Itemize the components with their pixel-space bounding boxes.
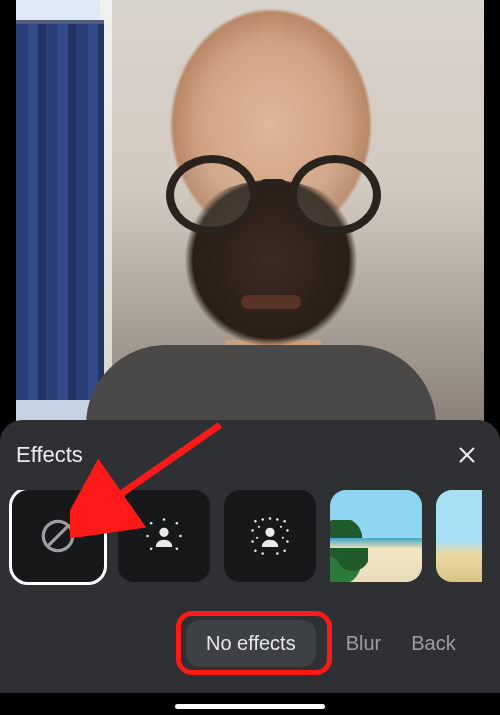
svg-point-21 [261, 552, 264, 555]
svg-point-10 [265, 528, 274, 537]
person-dots-dense-icon [248, 514, 292, 558]
svg-point-6 [146, 535, 149, 538]
person-mouth [241, 295, 301, 309]
effect-tile-none[interactable] [12, 490, 104, 582]
svg-point-5 [176, 522, 179, 525]
effect-label-blur[interactable]: Blur [346, 632, 382, 655]
svg-point-4 [163, 518, 166, 521]
effect-tile-blur-light[interactable] [118, 490, 210, 582]
effect-label-no-effects[interactable]: No effects [186, 620, 316, 667]
screen-root: { "sheet": { "title": "Effects", "close_… [0, 0, 500, 715]
svg-point-8 [150, 548, 153, 551]
svg-point-2 [159, 528, 168, 537]
svg-point-17 [286, 529, 289, 532]
effect-tile-blur-strong[interactable] [224, 490, 316, 582]
svg-point-12 [261, 518, 264, 521]
svg-point-19 [286, 540, 289, 543]
svg-point-25 [280, 526, 282, 528]
effect-label-backgrounds[interactable]: Back [411, 632, 455, 655]
svg-point-22 [276, 552, 279, 555]
svg-point-14 [276, 518, 279, 521]
svg-point-23 [283, 549, 286, 552]
svg-point-3 [150, 522, 153, 525]
effects-tile-row[interactable] [8, 490, 500, 590]
effects-sheet: Effects [0, 420, 500, 700]
svg-point-11 [254, 520, 257, 523]
svg-point-13 [269, 517, 272, 520]
effects-label-row[interactable]: No effects Blur Back [0, 615, 500, 671]
glasses-bridge [258, 179, 288, 189]
person-glasses [166, 155, 381, 235]
prohibit-icon [36, 514, 80, 558]
svg-point-24 [258, 526, 260, 528]
effect-tile-background-1[interactable] [330, 490, 422, 582]
svg-point-20 [254, 549, 257, 552]
background-curtain [16, 20, 104, 400]
svg-point-15 [283, 520, 286, 523]
effects-sheet-header: Effects [16, 438, 484, 472]
person-dots-sparse-icon [142, 514, 186, 558]
glasses-lens-right [289, 155, 381, 235]
effect-tile-background-2[interactable] [436, 490, 482, 582]
glasses-lens-left [166, 155, 258, 235]
close-icon [456, 444, 478, 466]
svg-point-26 [256, 537, 258, 539]
svg-point-18 [251, 540, 254, 543]
effects-title: Effects [16, 442, 83, 468]
device-bottom-bar [0, 693, 500, 715]
svg-point-7 [179, 535, 182, 538]
svg-point-9 [176, 548, 179, 551]
svg-point-27 [282, 537, 284, 539]
home-indicator[interactable] [175, 704, 325, 709]
close-button[interactable] [450, 438, 484, 472]
video-preview [16, 0, 484, 425]
svg-line-1 [48, 526, 68, 546]
svg-point-16 [251, 529, 254, 532]
